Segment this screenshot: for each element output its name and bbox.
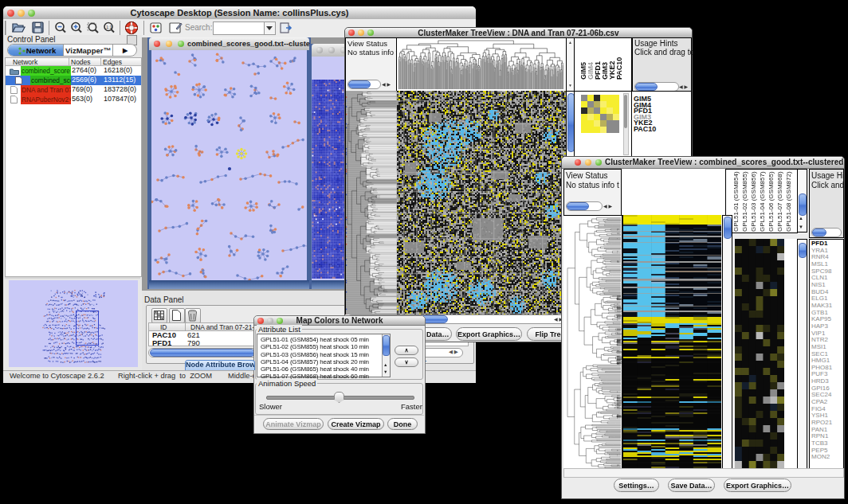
svg-text:1:1: 1:1	[106, 25, 112, 29]
